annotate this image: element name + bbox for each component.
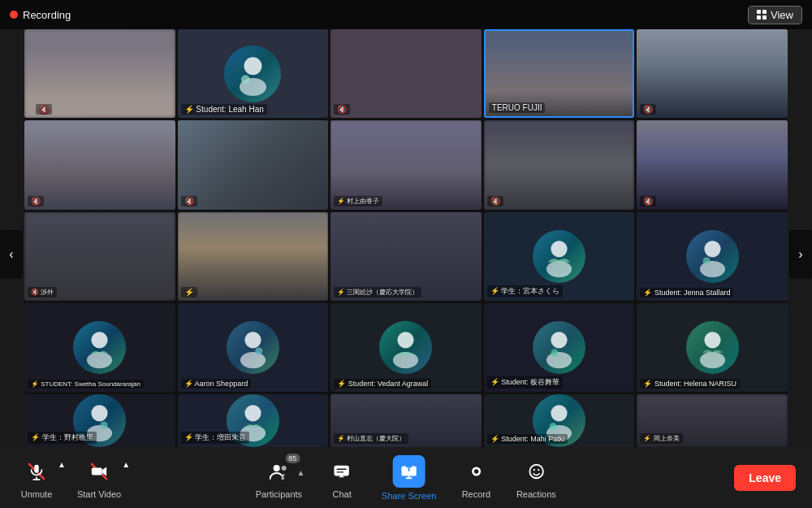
share-screen-label: Share Screen bbox=[382, 491, 436, 501]
svg-point-22 bbox=[101, 421, 108, 428]
video-cell-teruo: TERUO FUJII bbox=[484, 29, 635, 118]
svg-point-25 bbox=[551, 405, 568, 421]
participant-name: 🔇 bbox=[334, 104, 350, 115]
svg-rect-29 bbox=[34, 464, 39, 472]
svg-point-35 bbox=[281, 466, 286, 471]
participants-label: Participants bbox=[256, 489, 302, 499]
video-cell: ⚡ Student: Jenna Stallard bbox=[637, 212, 788, 301]
svg-point-2 bbox=[241, 75, 250, 84]
svg-rect-33 bbox=[92, 467, 102, 475]
video-cell: 🔇 bbox=[178, 120, 329, 209]
participants-icon: 85 ▲ bbox=[264, 457, 293, 486]
video-cell: 🔇 bbox=[637, 120, 788, 209]
svg-point-18 bbox=[704, 332, 720, 348]
participant-name: 🔇 bbox=[640, 104, 656, 115]
video-cell: 🔇 bbox=[24, 120, 175, 209]
participant-name: ⚡ Student: 板谷舞華 bbox=[487, 376, 564, 389]
participant-name-teruo: TERUO FUJII bbox=[489, 102, 546, 113]
start-video-label: Start Video bbox=[77, 489, 121, 499]
video-chevron[interactable]: ▲ bbox=[122, 457, 130, 469]
view-button[interactable]: View bbox=[748, 6, 802, 24]
svg-point-6 bbox=[700, 261, 725, 277]
video-cell: ⚡ 三閑絵沙（慶応大学院） bbox=[330, 212, 482, 301]
video-cell: ⚡ Student: Vedant Agrawal bbox=[330, 303, 482, 392]
participant-name: 🔇 bbox=[640, 196, 656, 206]
mic-icon bbox=[22, 457, 51, 486]
reactions-button[interactable]: Reactions bbox=[516, 457, 556, 499]
svg-point-8 bbox=[92, 332, 108, 348]
video-cell: ⚡ 岡上奈美 bbox=[637, 394, 788, 447]
video-cell: ⚡ 学生：宮本さくら bbox=[484, 212, 635, 301]
svg-point-7 bbox=[702, 257, 710, 264]
svg-point-45 bbox=[533, 469, 535, 471]
participant-name: ⚡ 村上由香子 bbox=[334, 196, 382, 206]
svg-point-34 bbox=[273, 465, 279, 471]
participant-name: 🔇 渉外 bbox=[28, 287, 57, 297]
participant-name: ⚡ 三閑絵沙（慶応大学院） bbox=[334, 287, 421, 297]
start-video-group: Start Video ▲ bbox=[77, 457, 130, 499]
unmute-button[interactable]: Unmute bbox=[16, 457, 57, 499]
participants-chevron-icon: ▲ bbox=[296, 468, 304, 477]
participant-name: ⚡ Student: Helena NARISU bbox=[640, 379, 740, 389]
unmute-chevron[interactable]: ▲ bbox=[58, 457, 66, 469]
participant-name: ⚡ bbox=[181, 287, 197, 297]
left-nav-arrow[interactable]: ‹ bbox=[0, 230, 23, 279]
video-cell: ⚡ Student: Helena NARISU bbox=[637, 303, 788, 392]
participant-name-jenna: ⚡ Student: Jenna Stallard bbox=[640, 288, 733, 297]
participant-name: ⚡ Aaron Sheppard bbox=[181, 379, 252, 389]
video-cell: ⚡ Student: Mahi Patki bbox=[484, 394, 635, 447]
video-cell: ⚡ STUDENT: Swetha Soundararajan bbox=[24, 303, 175, 392]
svg-point-3 bbox=[551, 241, 568, 257]
svg-point-23 bbox=[244, 405, 261, 421]
unmute-label: Unmute bbox=[21, 489, 53, 499]
start-video-button[interactable]: Start Video bbox=[77, 457, 121, 499]
share-screen-button[interactable]: Share Screen bbox=[382, 455, 436, 501]
svg-point-10 bbox=[244, 332, 261, 348]
chat-icon bbox=[327, 457, 356, 486]
svg-rect-36 bbox=[335, 465, 349, 475]
svg-point-43 bbox=[474, 469, 479, 474]
video-cell: ⚡ 村山直志（慶大院） bbox=[330, 394, 482, 447]
leave-button[interactable]: Leave bbox=[734, 465, 796, 491]
grid-icon bbox=[757, 10, 767, 20]
participant-name: ⚡ Student: Leah Han bbox=[181, 104, 267, 115]
participants-button[interactable]: 85 ▲ Participants bbox=[256, 457, 302, 499]
video-grid: 🔇 ⚡ Student: Leah Han 🔇 TERUO FUJII bbox=[24, 29, 788, 447]
video-cell: ⚡ Student: Leah Han bbox=[178, 29, 329, 118]
participant-name: ⚡ 学生：増田朱音 bbox=[181, 432, 250, 444]
right-nav-arrow[interactable]: › bbox=[789, 230, 812, 279]
participant-name: ⚡ Student: Vedant Agrawal bbox=[334, 379, 431, 389]
participant-name: ⚡ STUDENT: Swetha Soundararajan bbox=[28, 380, 144, 389]
participant-name: 🔇 bbox=[36, 104, 52, 115]
view-label: View bbox=[771, 9, 793, 21]
video-cell: 🔇 bbox=[24, 29, 175, 118]
participant-name: ⚡ 岡上奈美 bbox=[640, 433, 682, 444]
svg-point-20 bbox=[92, 405, 108, 421]
svg-point-16 bbox=[546, 352, 572, 368]
participants-count-badge: 85 bbox=[285, 454, 300, 463]
toolbar-center: 85 ▲ Participants Chat bbox=[256, 455, 557, 501]
participant-name: 🔇 bbox=[181, 196, 197, 206]
participant-name: 🔇 bbox=[28, 196, 44, 206]
participant-name: ⚡ 学生：野村晩里 bbox=[28, 432, 97, 444]
svg-point-44 bbox=[529, 464, 543, 478]
chat-button[interactable]: Chat bbox=[322, 457, 362, 499]
toolbar-right: Leave bbox=[734, 465, 796, 491]
svg-point-12 bbox=[255, 347, 262, 354]
participant-name: 🔇 bbox=[487, 196, 503, 206]
recording-label: Recording bbox=[23, 9, 71, 21]
record-button[interactable]: Record bbox=[456, 457, 496, 499]
video-cell: ⚡ bbox=[178, 212, 329, 301]
svg-point-17 bbox=[551, 349, 559, 356]
video-cell: 🔇 渉外 bbox=[24, 212, 175, 301]
svg-point-15 bbox=[551, 332, 568, 348]
recording-indicator: Recording bbox=[10, 9, 71, 21]
reactions-icon bbox=[521, 457, 551, 486]
video-cell: ⚡ 学生：野村晩里 bbox=[24, 394, 175, 447]
video-icon bbox=[84, 457, 114, 486]
svg-point-11 bbox=[240, 352, 266, 368]
svg-point-13 bbox=[398, 332, 414, 348]
participant-name: ⚡ 村山直志（慶大院） bbox=[334, 433, 408, 444]
participant-name: ⚡ 学生：宮本さくら bbox=[487, 285, 564, 297]
video-cell: 🔇 bbox=[330, 29, 482, 118]
